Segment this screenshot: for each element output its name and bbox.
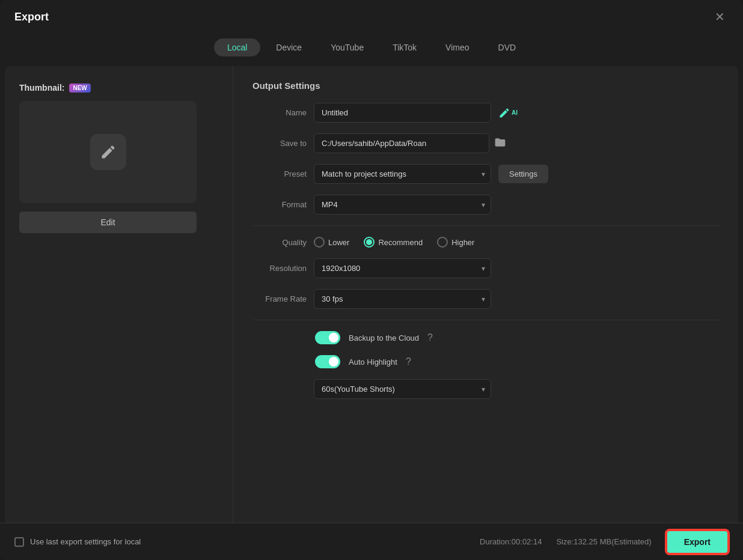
preset-label: Preset: [252, 169, 307, 178]
auto-highlight-toggle[interactable]: [315, 355, 340, 368]
tab-dvd[interactable]: DVD: [485, 38, 530, 56]
preset-row: Preset Match to project settings ▾ Setti…: [252, 164, 719, 184]
last-export-label: Use last export settings for local: [30, 537, 141, 546]
thumbnail-edit-icon: [90, 134, 126, 170]
thumbnail-label-text: Thumbnail:: [19, 83, 64, 93]
quality-lower-radio: [314, 237, 325, 248]
bottom-right: Duration:00:02:14 Size:132.25 MB(Estimat…: [480, 530, 729, 554]
bottom-bar: Use last export settings for local Durat…: [0, 523, 743, 560]
highlight-duration-wrapper: 60s(YouTube Shorts) ▾: [314, 379, 491, 399]
format-row: Format MP4 ▾: [252, 195, 719, 215]
backup-row: Backup to the Cloud ?: [252, 331, 719, 344]
thumbnail-preview: [19, 101, 197, 203]
save-to-input[interactable]: [314, 133, 489, 153]
left-panel: Thumbnail: NEW Edit: [5, 66, 233, 523]
last-export-checkbox[interactable]: [14, 537, 24, 547]
tab-youtube[interactable]: YouTube: [317, 38, 377, 56]
last-export-section: Use last export settings for local: [14, 537, 141, 547]
save-to-controls: [314, 133, 506, 153]
tab-bar: Local Device YouTube TikTok Vimeo DVD: [0, 34, 743, 66]
quality-lower-label: Lower: [328, 238, 349, 247]
quality-higher[interactable]: Higher: [437, 237, 474, 248]
name-label: Name: [252, 108, 307, 117]
pencil-icon: [100, 144, 117, 160]
resolution-select-wrapper: 1920x1080 ▾: [314, 258, 491, 278]
duration-text: Duration:00:02:14: [480, 537, 542, 546]
quality-recommend-label: Recommend: [378, 238, 423, 247]
quality-recommend-radio: [364, 237, 375, 248]
output-settings-title: Output Settings: [252, 81, 719, 91]
quality-recommend[interactable]: Recommend: [364, 237, 423, 248]
save-to-label: Save to: [252, 139, 307, 148]
format-select[interactable]: MP4: [314, 195, 491, 215]
export-dialog: Export ✕ Local Device YouTube TikTok Vim…: [0, 0, 743, 560]
auto-highlight-label: Auto Highlight: [349, 358, 397, 367]
tab-vimeo[interactable]: Vimeo: [432, 38, 482, 56]
tab-local[interactable]: Local: [214, 38, 260, 56]
ai-pencil-icon: [498, 107, 510, 119]
backup-label: Backup to the Cloud: [349, 333, 419, 342]
export-button[interactable]: Export: [666, 530, 729, 554]
ai-label: AI: [512, 109, 518, 116]
resolution-row: Resolution 1920x1080 ▾: [252, 258, 719, 278]
backup-help-icon[interactable]: ?: [427, 332, 433, 343]
close-button[interactable]: ✕: [711, 10, 729, 24]
quality-higher-radio: [437, 237, 448, 248]
backup-toggle[interactable]: [315, 331, 340, 344]
quality-recommend-inner: [366, 239, 372, 245]
preset-select-wrapper: Match to project settings ▾: [314, 164, 491, 184]
highlight-duration-select[interactable]: 60s(YouTube Shorts): [314, 379, 491, 399]
save-to-row: Save to: [252, 133, 719, 153]
divider-1: [252, 225, 719, 226]
frame-rate-row: Frame Rate 30 fps ▾: [252, 289, 719, 309]
folder-icon[interactable]: [494, 136, 506, 151]
quality-row: Quality Lower Recommend Higher: [252, 237, 719, 248]
quality-options: Lower Recommend Higher: [314, 237, 474, 248]
title-bar: Export ✕: [0, 0, 743, 34]
divider-2: [252, 320, 719, 320]
name-row: Name AI: [252, 103, 719, 123]
ai-icon[interactable]: AI: [498, 107, 518, 119]
thumbnail-header: Thumbnail: NEW: [19, 83, 218, 93]
size-text: Size:132.25 MB(Estimated): [556, 537, 651, 546]
auto-highlight-row: Auto Highlight ?: [252, 355, 719, 368]
frame-rate-label: Frame Rate: [252, 294, 307, 303]
name-input[interactable]: [314, 103, 491, 123]
edit-button[interactable]: Edit: [19, 212, 197, 233]
auto-highlight-toggle-thumb: [329, 357, 338, 367]
right-panel: Output Settings Name AI Save to: [233, 66, 738, 523]
frame-rate-select[interactable]: 30 fps: [314, 289, 491, 309]
tab-device[interactable]: Device: [263, 38, 315, 56]
backup-toggle-thumb: [329, 333, 338, 342]
tab-tiktok[interactable]: TikTok: [379, 38, 430, 56]
format-label: Format: [252, 200, 307, 209]
resolution-select[interactable]: 1920x1080: [314, 258, 491, 278]
new-badge: NEW: [69, 84, 90, 93]
main-content: Thumbnail: NEW Edit Output Settings Name: [5, 66, 738, 523]
quality-higher-label: Higher: [451, 238, 474, 247]
auto-highlight-help-icon[interactable]: ?: [406, 356, 411, 367]
quality-lower[interactable]: Lower: [314, 237, 349, 248]
format-select-wrapper: MP4 ▾: [314, 195, 491, 215]
resolution-label: Resolution: [252, 264, 307, 273]
settings-button[interactable]: Settings: [498, 165, 548, 183]
frame-rate-select-wrapper: 30 fps ▾: [314, 289, 491, 309]
dialog-title: Export: [14, 11, 49, 23]
quality-label: Quality: [252, 238, 307, 247]
preset-select[interactable]: Match to project settings: [314, 164, 491, 184]
highlight-duration-row: 60s(YouTube Shorts) ▾: [252, 379, 719, 399]
